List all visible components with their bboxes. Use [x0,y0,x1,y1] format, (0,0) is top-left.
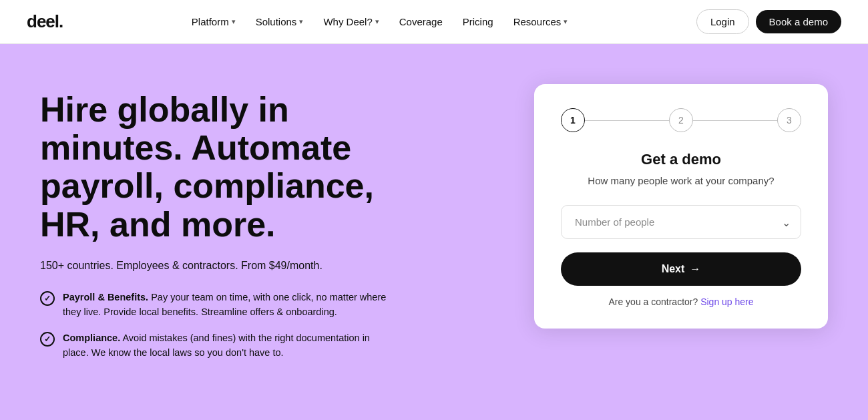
step-3: 3 [777,108,801,132]
nav-pricing[interactable]: Pricing [455,11,501,33]
feature-payroll-text: Payroll & Benefits. Pay your team on tim… [63,290,394,320]
step-1: 1 [561,108,585,132]
hero-features: ✓ Payroll & Benefits. Pay your team on t… [40,290,507,361]
nav-links: Platform ▾ Solutions ▾ Why Deel? ▾ Cover… [184,11,576,33]
card-title: Get a demo [561,151,801,168]
next-arrow-icon: → [690,263,700,275]
step-2: 2 [669,108,693,132]
nav-platform[interactable]: Platform ▾ [184,11,244,33]
hero-section: Hire globally in minutes. Automate payro… [0,44,868,420]
step-line-1 [585,120,669,121]
number-of-people-select[interactable]: Number of people 1-10 11-50 51-200 201-5… [561,205,801,239]
demo-card: 1 2 3 Get a demo How many people work at… [534,84,828,329]
feature-payroll: ✓ Payroll & Benefits. Pay your team on t… [40,290,394,320]
nav-actions: Login Book a demo [696,9,841,34]
nav-why-deel[interactable]: Why Deel? ▾ [315,11,387,33]
nav-resources[interactable]: Resources ▾ [505,11,576,33]
nav-solutions[interactable]: Solutions ▾ [248,11,312,33]
feature-compliance: ✓ Compliance. Avoid mistakes (and fines)… [40,331,394,361]
demo-card-wrapper: 1 2 3 Get a demo How many people work at… [534,84,828,329]
card-subtitle: How many people work at your company? [561,175,801,186]
hero-headline: Hire globally in minutes. Automate payro… [40,91,427,244]
feature-compliance-text: Compliance. Avoid mistakes (and fines) w… [63,331,394,361]
book-demo-button[interactable]: Book a demo [756,10,841,33]
number-of-people-wrapper: Number of people 1-10 11-50 51-200 201-5… [561,205,801,239]
step-line-2 [693,120,777,121]
card-footer: Are you a contractor? Sign up here [561,296,801,307]
resources-chevron-icon: ▾ [564,17,568,26]
logo[interactable]: deel. [27,11,63,32]
check-icon-compliance: ✓ [40,332,55,347]
hero-left: Hire globally in minutes. Automate payro… [40,84,507,361]
navbar: deel. Platform ▾ Solutions ▾ Why Deel? ▾… [0,0,868,44]
nav-coverage[interactable]: Coverage [391,11,451,33]
login-button[interactable]: Login [696,9,749,34]
why-deel-chevron-icon: ▾ [375,17,379,26]
solutions-chevron-icon: ▾ [299,17,303,26]
hero-subtext: 150+ countries. Employees & contractors.… [40,260,507,272]
check-icon-payroll: ✓ [40,291,55,306]
sign-up-link[interactable]: Sign up here [700,296,753,307]
next-button[interactable]: Next → [561,252,801,286]
platform-chevron-icon: ▾ [232,17,236,26]
stepper: 1 2 3 [561,108,801,132]
